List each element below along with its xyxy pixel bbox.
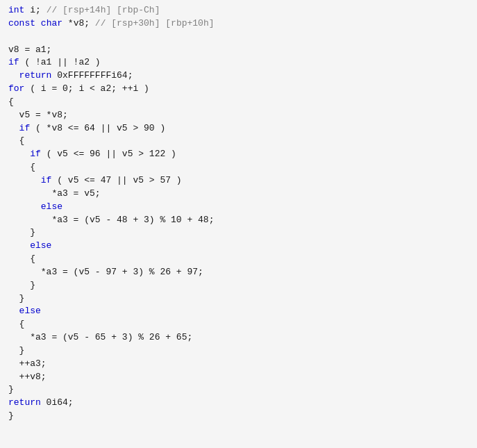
cm-token: // [rsp+14h] [rbp-Ch] [47, 5, 160, 15]
code-line: } [8, 279, 469, 292]
plain-token: { [8, 319, 24, 329]
code-line: *a3 = v5; [8, 188, 469, 201]
plain-token: *a3 = (v5 - 97 + 3) % 26 + 97; [8, 267, 203, 277]
code-line: v8 = a1; [8, 44, 469, 57]
kw-token: return [19, 70, 52, 81]
plain-token: v8 = a1; [8, 44, 51, 55]
plain-token [8, 306, 19, 316]
plain-token [8, 175, 41, 185]
code-line: if ( v5 <= 47 || v5 > 57 ) [8, 174, 469, 188]
code-line: } [8, 345, 469, 358]
code-line: { [8, 253, 469, 266]
plain-token: v5 = *v8; [8, 110, 68, 120]
code-line: v5 = *v8; [8, 109, 469, 122]
code-line: return 0xFFFFFFFFi64; [8, 69, 469, 83]
code-line: } [8, 226, 469, 240]
plain-token: ++a3; [8, 358, 47, 369]
code-line: for ( i = 0; i < a2; ++i ) [8, 83, 469, 96]
plain-token: ( v5 <= 96 || v5 > 122 ) [41, 149, 176, 159]
plain-token: *a3 = (v5 - 48 + 3) % 10 + 48; [8, 215, 214, 225]
plain-token: ( *v8 <= 64 || v5 > 90 ) [30, 123, 165, 133]
code-line: } [8, 383, 469, 397]
plain-token: ( i = 0; i < a2; ++i ) [24, 83, 149, 94]
plain-token [8, 149, 30, 159]
kw-token: const [8, 18, 35, 28]
code-line: } [8, 410, 469, 423]
plain-token: } [8, 410, 14, 421]
code-line: *a3 = (v5 - 65 + 3) % 26 + 65; [8, 331, 469, 345]
plain-token: 0xFFFFFFFFi64; [51, 70, 133, 81]
kw-token: int [8, 5, 24, 15]
kw-token: else [41, 201, 62, 212]
plain-token: ++v8; [8, 372, 47, 382]
code-editor: int i; // [rsp+14h] [rbp-Ch]const char *… [0, 0, 477, 448]
plain-token: } [8, 280, 35, 290]
plain-token [8, 123, 19, 133]
kw-token: if [30, 149, 41, 159]
code-line: else [8, 305, 469, 318]
plain-token [35, 18, 41, 28]
code-line: *a3 = (v5 - 48 + 3) % 10 + 48; [8, 214, 469, 227]
code-line: else [8, 201, 469, 214]
code-line: *a3 = (v5 - 97 + 3) % 26 + 97; [8, 266, 469, 279]
plain-token [8, 70, 19, 81]
plain-token: ( !a1 || !a2 ) [19, 57, 101, 67]
code-line: { [8, 161, 469, 174]
plain-token: *a3 = (v5 - 65 + 3) % 26 + 65; [8, 332, 192, 342]
plain-token: *v8; [62, 18, 95, 28]
kw-token: return [8, 397, 41, 408]
plain-token: i; [24, 5, 46, 15]
code-line: const char *v8; // [rsp+30h] [rbp+10h] [8, 17, 469, 31]
plain-token: 0i64; [41, 397, 74, 408]
code-line: else [8, 240, 469, 253]
plain-token: { [8, 162, 35, 172]
plain-token: } [8, 384, 14, 395]
cm-token: // [rsp+30h] [rbp+10h] [95, 18, 215, 28]
kw-token: if [19, 123, 31, 133]
kw-token: if [8, 57, 19, 67]
code-line: if ( *v8 <= 64 || v5 > 90 ) [8, 122, 469, 135]
plain-token: } [8, 293, 24, 304]
code-line: } [8, 292, 469, 306]
plain-token: ( v5 <= 47 || v5 > 57 ) [51, 175, 181, 185]
code-line: return 0i64; [8, 397, 469, 410]
kw-token: for [8, 83, 24, 94]
code-line: { [8, 135, 469, 148]
kw-token: char [41, 18, 62, 28]
plain-token: } [8, 345, 24, 356]
code-line: if ( v5 <= 96 || v5 > 122 ) [8, 148, 469, 161]
code-content: int i; // [rsp+14h] [rbp-Ch]const char *… [0, 3, 477, 424]
code-line: ++a3; [8, 358, 469, 371]
code-line: if ( !a1 || !a2 ) [8, 56, 469, 69]
kw-token: else [30, 240, 51, 251]
code-line: int i; // [rsp+14h] [rbp-Ch] [8, 4, 469, 17]
code-line: { [8, 318, 469, 331]
code-line: { [8, 96, 469, 109]
plain-token: { [8, 97, 14, 107]
kw-token: if [41, 175, 52, 185]
code-line [8, 31, 469, 44]
plain-token [8, 240, 30, 251]
plain-token [8, 201, 41, 212]
plain-token: } [8, 227, 35, 238]
code-line: ++v8; [8, 371, 469, 384]
plain-token: { [8, 254, 35, 264]
plain-token: *a3 = v5; [8, 188, 101, 199]
kw-token: else [19, 306, 41, 316]
plain-token: { [8, 135, 24, 146]
